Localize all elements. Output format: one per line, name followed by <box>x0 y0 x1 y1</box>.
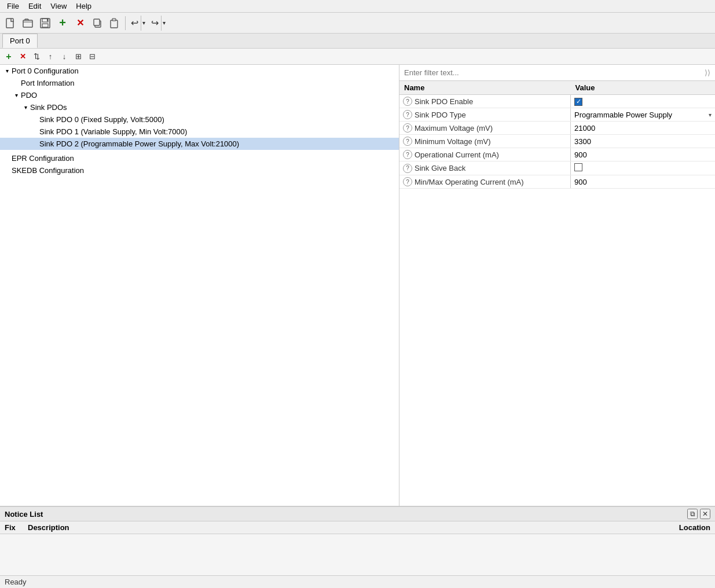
tree-panel: ▾ Port 0 Configuration Port Information … <box>0 65 399 506</box>
port-down-btn[interactable]: ↓ <box>58 50 71 63</box>
main-area: + ✕ ⇅ ↑ ↓ ⊞ ⊟ ▾ Port 0 Configuration Por… <box>0 49 715 506</box>
prop-value-4[interactable] <box>571 148 715 161</box>
checkbox-empty-5[interactable] <box>574 163 582 171</box>
port-up-btn[interactable]: ↑ <box>44 50 57 63</box>
prop-label-3: Minimum Voltage (mV) <box>415 137 490 146</box>
tree-item-sink-pdo-2[interactable]: Sink PDO 2 (Programmable Power Supply, M… <box>0 138 399 150</box>
prop-row-6: ?Min/Max Operating Current (mA) <box>399 175 715 189</box>
tabbar: Port 0 <box>0 34 715 49</box>
value-input-2[interactable] <box>574 124 712 133</box>
tree-item-skedb-config[interactable]: SKEDB Configuration <box>0 164 399 177</box>
properties-table: Name Value ?Sink PDO Enable✓?Sink PDO Ty… <box>399 81 715 189</box>
prop-row-4: ?Operational Current (mA) <box>399 148 715 161</box>
redo-icon: ↪ <box>149 17 161 28</box>
port-collapse-btn[interactable]: ⊟ <box>86 50 98 63</box>
checkbox-checked-0[interactable]: ✓ <box>574 98 582 106</box>
label-sink-pdos: Sink PDOs <box>30 103 67 112</box>
svg-rect-9 <box>112 19 116 21</box>
menu-view[interactable]: View <box>46 1 71 12</box>
open-button[interactable] <box>20 15 36 31</box>
prop-value-1[interactable]: Programmable Power Supply▾ <box>571 108 715 122</box>
delete-button[interactable]: ✕ <box>72 15 88 31</box>
paste-button[interactable] <box>107 15 123 31</box>
menu-edit[interactable]: Edit <box>24 1 46 12</box>
value-input-6[interactable] <box>574 178 712 186</box>
notice-header: Notice List ⧉ ✕ <box>0 507 715 521</box>
prop-value-5 <box>571 161 715 175</box>
arrow-port0-config: ▾ <box>2 68 12 74</box>
dropdown-arrow-icon-1: ▾ <box>709 112 712 118</box>
filter-input[interactable] <box>402 66 702 79</box>
notice-restore-btn[interactable]: ⧉ <box>687 509 698 519</box>
undo-icon: ↩ <box>129 17 141 28</box>
svg-rect-8 <box>111 20 118 28</box>
undo-arrow-icon[interactable]: ▾ <box>141 16 146 31</box>
main-toolbar: + ✕ ↩ ▾ ↪ ▾ <box>0 13 715 34</box>
label-sink-pdo-2: Sink PDO 2 (Programmable Power Supply, M… <box>39 139 239 148</box>
redo-button[interactable]: ↪ ▾ <box>148 15 167 31</box>
statusbar: Ready <box>0 575 715 588</box>
col-description: Description <box>28 523 652 532</box>
menu-help[interactable]: Help <box>71 1 96 12</box>
toolbar-separator-1 <box>125 16 126 30</box>
undo-group: ↩ ▾ <box>128 15 147 31</box>
help-icon-2[interactable]: ? <box>403 123 412 133</box>
svg-rect-1 <box>23 20 32 27</box>
col-name: Name <box>399 81 571 95</box>
prop-row-3: ?Minimum Voltage (mV) <box>399 135 715 148</box>
help-icon-4[interactable]: ? <box>403 150 412 159</box>
tree-item-port0-config[interactable]: ▾ Port 0 Configuration <box>0 65 399 77</box>
prop-value-6[interactable] <box>571 175 715 189</box>
redo-arrow-icon[interactable]: ▾ <box>161 16 167 31</box>
port-add-btn[interactable]: + <box>2 50 15 63</box>
prop-name-6: ?Min/Max Operating Current (mA) <box>399 175 571 189</box>
prop-row-0: ?Sink PDO Enable✓ <box>399 95 715 108</box>
tree-item-port-info[interactable]: Port Information <box>0 77 399 89</box>
status-text: Ready <box>5 578 27 586</box>
prop-name-3: ?Minimum Voltage (mV) <box>399 135 571 148</box>
tree-item-sink-pdos[interactable]: ▾ Sink PDOs <box>0 101 399 113</box>
label-skedb-config: SKEDB Configuration <box>12 166 84 175</box>
help-icon-1[interactable]: ? <box>403 110 412 119</box>
col-fix: Fix <box>5 523 28 532</box>
undo-button[interactable]: ↩ ▾ <box>128 15 147 31</box>
prop-name-5: ?Sink Give Back <box>399 161 571 175</box>
label-port-info: Port Information <box>21 79 75 87</box>
dropdown-1[interactable]: Programmable Power Supply▾ <box>574 111 712 119</box>
tree-item-pdo[interactable]: ▾ PDO <box>0 89 399 101</box>
port-expand-btn[interactable]: ⊞ <box>72 50 85 63</box>
port-remove-btn[interactable]: ✕ <box>16 50 29 63</box>
prop-label-6: Min/Max Operating Current (mA) <box>415 178 524 186</box>
prop-label-2: Maximum Voltage (mV) <box>415 124 493 133</box>
prop-value-3[interactable] <box>571 135 715 148</box>
help-icon-3[interactable]: ? <box>403 137 412 146</box>
svg-rect-4 <box>42 24 48 27</box>
notice-title: Notice List <box>5 510 43 519</box>
prop-value-0: ✓ <box>571 95 715 108</box>
tab-port0[interactable]: Port 0 <box>2 34 38 48</box>
value-input-4[interactable] <box>574 150 712 159</box>
new-button[interactable] <box>2 15 19 31</box>
notice-close-btn[interactable]: ✕ <box>700 509 710 519</box>
svg-rect-5 <box>47 19 48 21</box>
label-sink-pdo-1: Sink PDO 1 (Variable Supply, Min Volt:70… <box>39 127 187 136</box>
help-icon-5[interactable]: ? <box>403 164 412 173</box>
value-input-3[interactable] <box>574 137 712 146</box>
add-button[interactable]: + <box>54 15 71 31</box>
filter-icon: ⟩⟩ <box>702 67 713 78</box>
help-icon-6[interactable]: ? <box>403 177 412 186</box>
prop-row-2: ?Maximum Voltage (mV) <box>399 122 715 135</box>
notice-panel: Notice List ⧉ ✕ Fix Description Location <box>0 506 715 575</box>
copy-button[interactable] <box>89 15 105 31</box>
prop-value-2[interactable] <box>571 122 715 135</box>
tree-item-sink-pdo-1[interactable]: Sink PDO 1 (Variable Supply, Min Volt:70… <box>0 126 399 138</box>
label-epr-config: EPR Configuration <box>12 154 74 163</box>
tree-item-epr-config[interactable]: EPR Configuration <box>0 152 399 164</box>
tree-item-sink-pdo-0[interactable]: Sink PDO 0 (Fixed Supply, Volt:5000) <box>0 113 399 126</box>
menu-file[interactable]: File <box>2 1 24 12</box>
save-button[interactable] <box>37 15 53 31</box>
help-icon-0[interactable]: ? <box>403 97 412 106</box>
port-sort-btn[interactable]: ⇅ <box>30 50 43 63</box>
col-location: Location <box>652 523 710 532</box>
prop-row-5: ?Sink Give Back <box>399 161 715 175</box>
